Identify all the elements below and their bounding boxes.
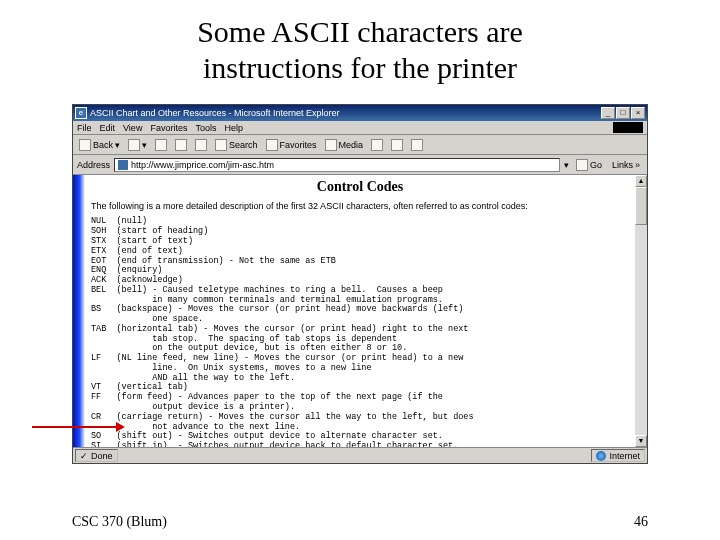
chevron-right-icon: » — [635, 160, 640, 170]
menu-view[interactable]: View — [123, 123, 142, 133]
links-button[interactable]: Links » — [609, 160, 643, 170]
page-side-stripe — [73, 175, 85, 447]
slide-title-line2: instructions for the printer — [40, 50, 680, 86]
address-value: http://www.jimprice.com/jim-asc.htm — [131, 160, 274, 170]
back-button[interactable]: Back ▾ — [77, 139, 122, 151]
menu-tools[interactable]: Tools — [195, 123, 216, 133]
menu-help[interactable]: Help — [224, 123, 243, 133]
scroll-thumb[interactable] — [635, 187, 647, 225]
links-label: Links — [612, 160, 633, 170]
maximize-button[interactable]: □ — [616, 107, 630, 119]
search-button[interactable]: Search — [213, 139, 260, 151]
go-icon — [576, 159, 588, 171]
search-label: Search — [229, 140, 258, 150]
print-button[interactable] — [409, 139, 425, 151]
slide-title: Some ASCII characters are instructions f… — [0, 0, 720, 98]
chevron-down-icon: ▾ — [115, 140, 120, 150]
menu-edit[interactable]: Edit — [100, 123, 116, 133]
address-label: Address — [77, 160, 110, 170]
close-button[interactable]: × — [631, 107, 645, 119]
page-body: Control Codes The following is a more de… — [85, 175, 635, 447]
minimize-button[interactable]: _ — [601, 107, 615, 119]
star-icon — [266, 139, 278, 151]
address-input[interactable]: http://www.jimprice.com/jim-asc.htm — [114, 158, 560, 172]
statusbar: ✓ Done Internet — [73, 447, 647, 463]
status-zone-text: Internet — [609, 451, 640, 461]
status-zone: Internet — [591, 449, 645, 462]
menubar: File Edit View Favorites Tools Help — [73, 121, 647, 135]
go-button[interactable]: Go — [573, 159, 605, 171]
menu-file[interactable]: File — [77, 123, 92, 133]
chevron-down-icon: ▾ — [142, 140, 147, 150]
done-icon: ✓ — [80, 451, 88, 461]
toolbar: Back ▾ ▾ Search Favorites Media — [73, 135, 647, 155]
favorites-label: Favorites — [280, 140, 317, 150]
titlebar: e ASCII Chart and Other Resources - Micr… — [73, 105, 647, 121]
browser-window: e ASCII Chart and Other Resources - Micr… — [72, 104, 648, 464]
history-button[interactable] — [369, 139, 385, 151]
go-label: Go — [590, 160, 602, 170]
content-area: Control Codes The following is a more de… — [73, 175, 647, 447]
home-icon — [195, 139, 207, 151]
menu-favorites[interactable]: Favorites — [150, 123, 187, 133]
status-done-text: Done — [91, 451, 113, 461]
ie-icon: e — [75, 107, 87, 119]
page-heading: Control Codes — [91, 179, 629, 195]
arrow-right-icon — [128, 139, 140, 151]
vertical-scrollbar[interactable]: ▲ ▼ — [635, 175, 647, 447]
status-done: ✓ Done — [75, 449, 118, 462]
mail-icon — [391, 139, 403, 151]
annotation-arrow — [32, 426, 122, 428]
page-intro: The following is a more detailed descrip… — [91, 201, 629, 211]
favorites-button[interactable]: Favorites — [264, 139, 319, 151]
refresh-icon — [175, 139, 187, 151]
arrow-left-icon — [79, 139, 91, 151]
scroll-up-button[interactable]: ▲ — [635, 175, 647, 187]
addressbar: Address http://www.jimprice.com/jim-asc.… — [73, 155, 647, 175]
stop-button[interactable] — [153, 139, 169, 151]
refresh-button[interactable] — [173, 139, 189, 151]
history-icon — [371, 139, 383, 151]
home-button[interactable] — [193, 139, 209, 151]
page-favicon-icon — [118, 160, 128, 170]
address-dropdown-icon[interactable]: ▾ — [564, 160, 569, 170]
window-title: ASCII Chart and Other Resources - Micros… — [90, 108, 601, 118]
stop-icon — [155, 139, 167, 151]
ie-throbber-icon — [613, 122, 643, 133]
scroll-track[interactable] — [635, 187, 647, 435]
scroll-down-button[interactable]: ▼ — [635, 435, 647, 447]
media-icon — [325, 139, 337, 151]
print-icon — [411, 139, 423, 151]
window-controls: _ □ × — [601, 107, 645, 119]
forward-button[interactable]: ▾ — [126, 139, 149, 151]
media-button[interactable]: Media — [323, 139, 366, 151]
internet-zone-icon — [596, 451, 606, 461]
back-label: Back — [93, 140, 113, 150]
footer-right: 46 — [634, 514, 648, 530]
slide-footer: CSC 370 (Blum) 46 — [0, 514, 720, 530]
status-spacer — [122, 449, 588, 462]
mail-button[interactable] — [389, 139, 405, 151]
search-icon — [215, 139, 227, 151]
footer-left: CSC 370 (Blum) — [72, 514, 167, 530]
control-codes-list: NUL (null) SOH (start of heading) STX (s… — [91, 217, 629, 447]
slide-title-line1: Some ASCII characters are — [40, 14, 680, 50]
media-label: Media — [339, 140, 364, 150]
